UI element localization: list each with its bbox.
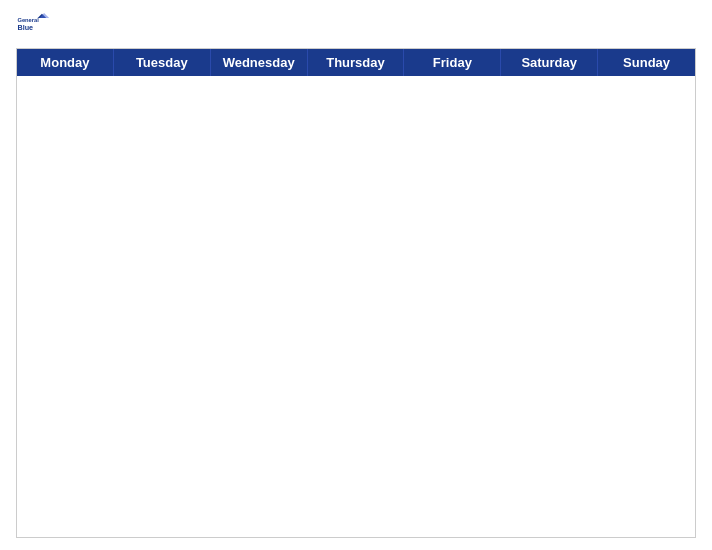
col-header-friday: Friday — [404, 49, 501, 76]
svg-text:General: General — [17, 17, 39, 23]
svg-text:Blue: Blue — [17, 23, 33, 32]
column-headers: MondayTuesdayWednesdayThursdayFridaySatu… — [17, 49, 695, 76]
calendar-page: General Blue MondayTuesdayWednesdayThurs… — [0, 0, 712, 550]
page-header: General Blue — [16, 12, 696, 40]
logo: General Blue — [16, 12, 52, 40]
calendar-grid: MondayTuesdayWednesdayThursdayFridaySatu… — [16, 48, 696, 538]
col-header-thursday: Thursday — [308, 49, 405, 76]
col-header-sunday: Sunday — [598, 49, 695, 76]
col-header-saturday: Saturday — [501, 49, 598, 76]
logo-icon: General Blue — [16, 12, 52, 40]
col-header-tuesday: Tuesday — [114, 49, 211, 76]
weeks-container — [17, 76, 695, 537]
col-header-monday: Monday — [17, 49, 114, 76]
col-header-wednesday: Wednesday — [211, 49, 308, 76]
